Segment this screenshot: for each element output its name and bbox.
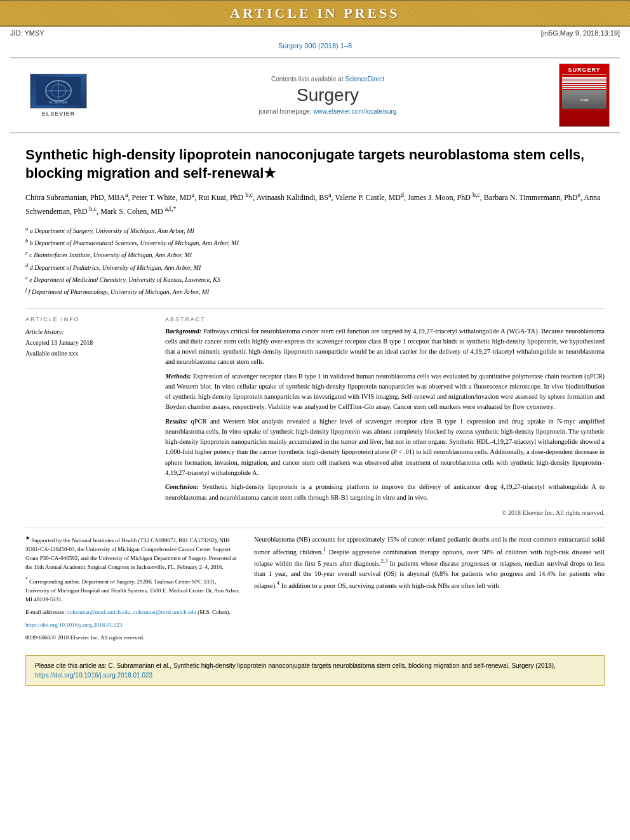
article-info-column: ARTICLE INFO Article history: Accepted 1… — [25, 316, 152, 518]
sciencedirect-link[interactable]: ScienceDirect — [345, 76, 384, 83]
top-meta: JID: YMSY [m5G;May 9, 2018;13:19] — [0, 27, 630, 39]
affiliations: a a Department of Surgery, University of… — [25, 225, 605, 298]
accepted-date: Accepted 13 January 2018 — [25, 337, 152, 348]
results-text: qPCR and Western blot analysis revealed … — [165, 418, 605, 476]
email-link-2[interactable]: cohenmar@med.umich.edu — [133, 609, 196, 615]
body-paragraph-1: Neuroblastoma (NB) accounts for approxim… — [254, 535, 605, 591]
abstract-results: Results: qPCR and Western blot analysis … — [165, 417, 605, 479]
abstract-column: ABSTRACT Background: Pathways critical f… — [165, 316, 605, 518]
conclusion-label: Conclusion: — [165, 483, 199, 490]
copyright-line: © 2018 Elsevier Inc. All rights reserved… — [165, 508, 605, 518]
citation-doi-link[interactable]: https://doi.org/10.1016/j.surg.2018.01.0… — [35, 672, 152, 679]
citation-callout: Please cite this article as: C. Subraman… — [25, 655, 605, 686]
date-code: [m5G;May 9, 2018;13:19] — [541, 29, 620, 37]
results-label: Results: — [165, 418, 187, 425]
background-text: Pathways critical for neuroblastoma canc… — [165, 328, 605, 366]
jid-label: JID: YMSY — [10, 29, 44, 37]
footnotes-column: ★ Supported by the National Institutes o… — [25, 535, 241, 646]
surgery-cover-image: SURGERY image — [559, 63, 610, 127]
section-divider — [25, 308, 605, 309]
abstract-conclusion: Conclusion: Synthetic high-density lipop… — [165, 482, 605, 503]
authors: Chitra Subramanian, PhD, MBAa, Peter T. … — [25, 190, 605, 218]
background-label: Background: — [165, 328, 201, 335]
footnote-corresponding: * Corresponding author. Department of Su… — [25, 576, 241, 604]
elsevier-logo: ELSEVIER ELSEVIER — [20, 74, 97, 117]
footnote-issn: 0039-6060/© 2018 Elsevier Inc. All right… — [25, 634, 241, 643]
bottom-section: ★ Supported by the National Institutes o… — [25, 528, 605, 646]
contents-line: Contents lists available at ScienceDirec… — [97, 76, 559, 83]
journal-center: Contents lists available at ScienceDirec… — [97, 76, 559, 115]
journal-header: ELSEVIER ELSEVIER Contents lists availab… — [10, 57, 620, 133]
elsevier-logo-image: ELSEVIER — [30, 74, 87, 109]
email-link-1[interactable]: cohenmar@med.umich.edu — [67, 609, 130, 615]
history-label: Article history: — [25, 328, 64, 335]
journal-citation: Surgery 000 (2018) 1–8 — [278, 42, 352, 50]
svg-text:ELSEVIER: ELSEVIER — [49, 100, 68, 104]
abstract-background: Background: Pathways critical for neurob… — [165, 326, 605, 368]
article-info-label: ARTICLE INFO — [25, 316, 152, 323]
available-online: Available online xxx — [25, 348, 152, 359]
abstract-methods: Methods: Expression of scavenger recepto… — [165, 371, 605, 413]
footnote-doi: https://doi.org/10.1016/j.surg.2018.01.0… — [25, 621, 241, 630]
main-content: Synthetic high-density lipoprotein nanoc… — [0, 146, 630, 686]
abstract-label: ABSTRACT — [165, 316, 605, 323]
elsevier-text: ELSEVIER — [42, 110, 76, 117]
article-in-press-banner: ARTICLE IN PRESS — [0, 0, 630, 27]
footnote-star: ★ Supported by the National Institutes o… — [25, 535, 241, 572]
journal-name: Surgery — [97, 85, 559, 105]
doi-line: Surgery 000 (2018) 1–8 — [0, 39, 630, 52]
methods-text: Expression of scavenger receptor class B… — [165, 373, 605, 411]
article-title: Synthetic high-density lipoprotein nanoc… — [25, 146, 605, 182]
methods-label: Methods: — [165, 373, 191, 380]
citation-text: Please cite this article as: C. Subraman… — [35, 662, 556, 669]
abstract-body: Background: Pathways critical for neurob… — [165, 326, 605, 518]
footnote-email: E-mail addresses: cohenmar@med.umich.edu… — [25, 608, 241, 617]
two-column-layout: ARTICLE INFO Article history: Accepted 1… — [25, 316, 605, 518]
doi-link[interactable]: https://doi.org/10.1016/j.surg.2018.01.0… — [25, 622, 122, 628]
conclusion-text: Synthetic high-density lipoprotein is a … — [165, 483, 605, 500]
body-text-column: Neuroblastoma (NB) accounts for approxim… — [254, 535, 605, 646]
journal-homepage: journal homepage: www.elsevier.com/locat… — [97, 108, 559, 115]
article-history: Article history: Accepted 13 January 201… — [25, 326, 152, 359]
homepage-link[interactable]: www.elsevier.com/locate/surg — [313, 108, 396, 115]
